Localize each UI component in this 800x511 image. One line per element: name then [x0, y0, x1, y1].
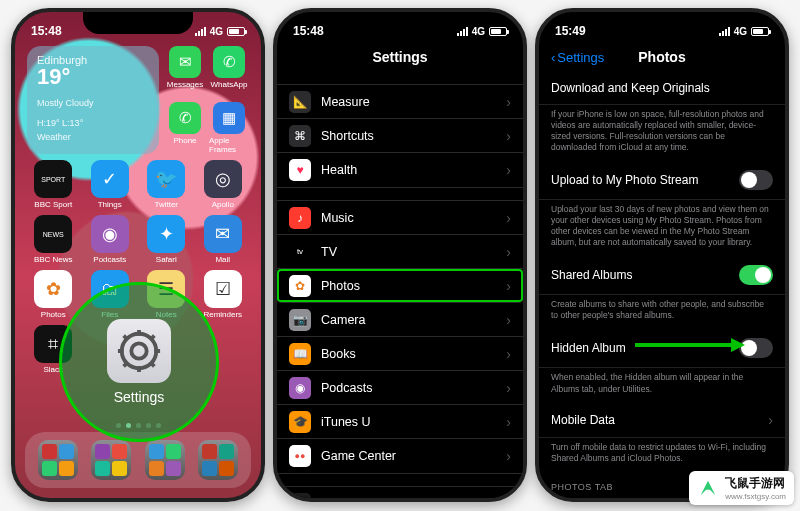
settings-row-music[interactable]: ♪Music› [277, 201, 523, 235]
weather-location: Edinburgh [37, 54, 149, 66]
app-icon-podcasts[interactable]: ◉Podcasts [84, 215, 137, 264]
chevron-right-icon: › [506, 244, 511, 260]
row-app-icon: 📐 [289, 91, 311, 113]
back-label: Settings [557, 50, 604, 65]
weather-desc: Mostly Cloudy [37, 98, 149, 108]
notch [345, 12, 455, 34]
app-icon-messages[interactable]: ✉Messages [165, 46, 205, 98]
status-time: 15:48 [31, 24, 62, 38]
battery-icon [227, 27, 245, 36]
nav-bar: Settings [277, 42, 523, 72]
status-time: 15:49 [555, 24, 586, 38]
row-label: Photos [321, 279, 496, 293]
app-icon-apple-frames[interactable]: ▦Apple Frames [209, 102, 249, 154]
nav-bar: ‹Settings Photos [539, 42, 785, 72]
row-app-icon: 1 [289, 493, 311, 503]
svg-line-7 [151, 363, 155, 367]
svg-point-1 [131, 343, 146, 358]
app-icon-whatsapp[interactable]: ✆WhatsApp [209, 46, 249, 98]
settings-row-measure[interactable]: 📐Measure› [277, 85, 523, 119]
hidden-album-row: Hidden Album [539, 329, 785, 368]
back-button[interactable]: ‹Settings [551, 50, 604, 65]
phone-photos-settings: 15:49 4G ‹Settings Photos Download and K… [535, 8, 789, 502]
page-title: Settings [372, 49, 427, 65]
settings-label: Settings [114, 389, 165, 405]
row-app-icon: ◉ [289, 377, 311, 399]
settings-row-tv[interactable]: tvTV› [277, 235, 523, 269]
row-app-icon: 📷 [289, 309, 311, 331]
row-app-icon: ✿ [289, 275, 311, 297]
chevron-right-icon: › [506, 346, 511, 362]
settings-row-game-center[interactable]: ●●Game Center› [277, 439, 523, 473]
app-icon-reminders[interactable]: ☑Reminders [197, 270, 250, 319]
page-title: Photos [638, 49, 685, 65]
mobile-data-row[interactable]: Mobile Data › [539, 403, 785, 438]
svg-line-9 [151, 336, 155, 340]
gear-icon [116, 328, 162, 374]
status-carrier: 4G [210, 26, 223, 37]
settings-row-photos[interactable]: ✿Photos› [277, 269, 523, 303]
notch [83, 12, 193, 34]
hidden-album-toggle[interactable] [739, 338, 773, 358]
chevron-right-icon: › [768, 412, 773, 428]
chevron-right-icon: › [506, 414, 511, 430]
row-app-icon: 📖 [289, 343, 311, 365]
app-icon-bbc-sport[interactable]: SPORTBBC Sport [27, 160, 80, 209]
app-icon-apollo[interactable]: ◎Apollo [197, 160, 250, 209]
app-icon-things[interactable]: ✓Things [84, 160, 137, 209]
row-app-icon: ♪ [289, 207, 311, 229]
weather-widget[interactable]: Edinburgh 19° Mostly Cloudy H:19° L:13° … [27, 46, 159, 154]
settings-list[interactable]: 📐Measure›⌘Shortcuts›♥Health› ♪Music›tvTV… [277, 72, 523, 502]
chevron-right-icon: › [506, 312, 511, 328]
app-icon-phone[interactable]: ✆Phone [165, 102, 205, 154]
settings-group: 📐Measure›⌘Shortcuts›♥Health› [277, 84, 523, 188]
dock-app[interactable] [145, 440, 185, 480]
settings-row-camera[interactable]: 📷Camera› [277, 303, 523, 337]
row-label: iTunes U [321, 415, 496, 429]
chevron-right-icon: › [506, 210, 511, 226]
shared-albums-toggle[interactable] [739, 265, 773, 285]
app-icon-twitter[interactable]: 🐦Twitter [140, 160, 193, 209]
app-icon-mail[interactable]: ✉Mail [197, 215, 250, 264]
settings-app-highlight[interactable]: Settings [59, 282, 219, 442]
settings-row-health[interactable]: ♥Health› [277, 153, 523, 187]
settings-icon[interactable] [107, 319, 171, 383]
row-app-icon: tv [289, 241, 311, 263]
row-label: Books [321, 347, 496, 361]
app-icon-photos[interactable]: ✿Photos [27, 270, 80, 319]
status-carrier: 4G [472, 26, 485, 37]
status-time: 15:48 [293, 24, 324, 38]
dock-app[interactable] [38, 440, 78, 480]
settings-row-podcasts[interactable]: ◉Podcasts› [277, 371, 523, 405]
settings-row-itunes-u[interactable]: 🎓iTunes U› [277, 405, 523, 439]
settings-row-books[interactable]: 📖Books› [277, 337, 523, 371]
chevron-right-icon: › [506, 380, 511, 396]
app-icon-bbc-news[interactable]: NEWSBBC News [27, 215, 80, 264]
weather-temp: 19° [37, 66, 149, 88]
download-originals-row[interactable]: Download and Keep Originals [539, 72, 785, 105]
row-title: Mobile Data [551, 413, 615, 427]
app-icon-safari[interactable]: ✦Safari [140, 215, 193, 264]
row-title: Upload to My Photo Stream [551, 173, 698, 187]
chevron-right-icon: › [506, 94, 511, 110]
signal-icon [195, 27, 206, 36]
settings-row-shortcuts[interactable]: ⌘Shortcuts› [277, 119, 523, 153]
photo-stream-row: Upload to My Photo Stream [539, 161, 785, 200]
row-label: Shortcuts [321, 129, 496, 143]
watermark-logo-icon [697, 477, 719, 499]
watermark-url: www.fsxtgsy.com [725, 492, 786, 501]
chevron-right-icon: › [506, 278, 511, 294]
row-title: Hidden Album [551, 341, 626, 355]
chevron-right-icon: › [506, 448, 511, 464]
dock-app[interactable] [198, 440, 238, 480]
chevron-right-icon: › [506, 128, 511, 144]
row-label: Game Center [321, 449, 496, 463]
phone-home-screen: 15:48 4G Edinburgh 19° Mostly Cloudy H:1… [11, 8, 265, 502]
settings-row-1.1.1.1[interactable]: 11.1.1.1› [277, 487, 523, 502]
row-description: Turn off mobile data to restrict updates… [539, 438, 785, 472]
row-app-icon: ●● [289, 445, 311, 467]
row-description: When enabled, the Hidden album will appe… [539, 368, 785, 402]
row-label: 1.1.1.1 [321, 497, 496, 503]
photo-stream-toggle[interactable] [739, 170, 773, 190]
dock-app[interactable] [91, 440, 131, 480]
